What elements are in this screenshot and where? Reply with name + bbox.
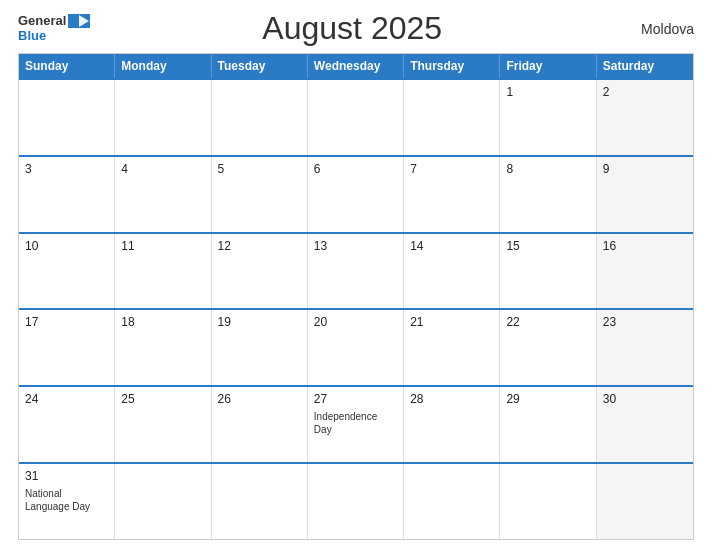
logo-text-blue: Blue [18, 29, 46, 43]
day-number: 27 [314, 392, 397, 406]
header-tuesday: Tuesday [212, 54, 308, 78]
cal-cell-r2-c3: 13 [308, 234, 404, 309]
calendar-page: General Blue August 2025 Moldova Sunday … [0, 0, 712, 550]
cal-cell-r2-c1: 11 [115, 234, 211, 309]
cal-cell-r3-c6: 23 [597, 310, 693, 385]
day-number: 17 [25, 315, 108, 329]
calendar-row-1: 3456789 [19, 155, 693, 232]
day-number: 19 [218, 315, 301, 329]
day-number: 23 [603, 315, 687, 329]
day-number: 8 [506, 162, 589, 176]
cal-cell-r0-c5: 1 [500, 80, 596, 155]
day-number: 31 [25, 469, 108, 483]
cal-cell-r5-c3 [308, 464, 404, 539]
day-number: 26 [218, 392, 301, 406]
cal-cell-r1-c4: 7 [404, 157, 500, 232]
cal-cell-r4-c4: 28 [404, 387, 500, 462]
cal-cell-r1-c0: 3 [19, 157, 115, 232]
cal-cell-r2-c6: 16 [597, 234, 693, 309]
cal-cell-r0-c3 [308, 80, 404, 155]
day-number: 15 [506, 239, 589, 253]
logo-flag-icon [68, 14, 90, 28]
cal-cell-r3-c2: 19 [212, 310, 308, 385]
header-thursday: Thursday [404, 54, 500, 78]
cal-cell-r0-c4 [404, 80, 500, 155]
day-number: 10 [25, 239, 108, 253]
day-number: 14 [410, 239, 493, 253]
day-number: 29 [506, 392, 589, 406]
day-number: 18 [121, 315, 204, 329]
day-number: 16 [603, 239, 687, 253]
day-number: 5 [218, 162, 301, 176]
cal-cell-r2-c2: 12 [212, 234, 308, 309]
day-number: 4 [121, 162, 204, 176]
logo-text-general: General [18, 14, 66, 28]
calendar-grid: Sunday Monday Tuesday Wednesday Thursday… [18, 53, 694, 540]
day-number: 11 [121, 239, 204, 253]
logo: General Blue [18, 14, 90, 43]
cal-cell-r5-c5 [500, 464, 596, 539]
calendar-body: 1234567891011121314151617181920212223242… [19, 78, 693, 539]
cal-cell-r4-c0: 24 [19, 387, 115, 462]
cal-cell-r4-c6: 30 [597, 387, 693, 462]
cal-cell-r5-c6 [597, 464, 693, 539]
day-number: 22 [506, 315, 589, 329]
cal-cell-r4-c5: 29 [500, 387, 596, 462]
day-number: 7 [410, 162, 493, 176]
cal-cell-r2-c5: 15 [500, 234, 596, 309]
calendar-row-3: 17181920212223 [19, 308, 693, 385]
holiday-label: National Language Day [25, 487, 108, 513]
calendar-header: Sunday Monday Tuesday Wednesday Thursday… [19, 54, 693, 78]
cal-cell-r5-c0: 31National Language Day [19, 464, 115, 539]
cal-cell-r5-c4 [404, 464, 500, 539]
cal-cell-r0-c2 [212, 80, 308, 155]
day-number: 25 [121, 392, 204, 406]
cal-cell-r3-c5: 22 [500, 310, 596, 385]
cal-cell-r4-c2: 26 [212, 387, 308, 462]
cal-cell-r3-c1: 18 [115, 310, 211, 385]
cal-cell-r0-c0 [19, 80, 115, 155]
day-number: 9 [603, 162, 687, 176]
page-title: August 2025 [90, 10, 614, 47]
holiday-label: Independence Day [314, 410, 397, 436]
header-wednesday: Wednesday [308, 54, 404, 78]
cal-cell-r1-c5: 8 [500, 157, 596, 232]
cal-cell-r1-c6: 9 [597, 157, 693, 232]
cal-cell-r5-c2 [212, 464, 308, 539]
calendar-row-0: 12 [19, 78, 693, 155]
header-sunday: Sunday [19, 54, 115, 78]
cal-cell-r0-c6: 2 [597, 80, 693, 155]
cal-cell-r4-c3: 27Independence Day [308, 387, 404, 462]
day-number: 28 [410, 392, 493, 406]
day-number: 12 [218, 239, 301, 253]
calendar-row-4: 24252627Independence Day282930 [19, 385, 693, 462]
cal-cell-r1-c3: 6 [308, 157, 404, 232]
cal-cell-r1-c2: 5 [212, 157, 308, 232]
cal-cell-r2-c0: 10 [19, 234, 115, 309]
page-header: General Blue August 2025 Moldova [18, 10, 694, 47]
cal-cell-r2-c4: 14 [404, 234, 500, 309]
day-number: 6 [314, 162, 397, 176]
cal-cell-r0-c1 [115, 80, 211, 155]
day-number: 2 [603, 85, 687, 99]
cal-cell-r3-c3: 20 [308, 310, 404, 385]
header-friday: Friday [500, 54, 596, 78]
cal-cell-r3-c0: 17 [19, 310, 115, 385]
day-number: 21 [410, 315, 493, 329]
cal-cell-r5-c1 [115, 464, 211, 539]
header-monday: Monday [115, 54, 211, 78]
day-number: 13 [314, 239, 397, 253]
calendar-row-2: 10111213141516 [19, 232, 693, 309]
cal-cell-r4-c1: 25 [115, 387, 211, 462]
day-number: 1 [506, 85, 589, 99]
day-number: 3 [25, 162, 108, 176]
day-number: 30 [603, 392, 687, 406]
country-label: Moldova [614, 21, 694, 37]
calendar-row-5: 31National Language Day [19, 462, 693, 539]
day-number: 20 [314, 315, 397, 329]
header-saturday: Saturday [597, 54, 693, 78]
cal-cell-r1-c1: 4 [115, 157, 211, 232]
day-number: 24 [25, 392, 108, 406]
cal-cell-r3-c4: 21 [404, 310, 500, 385]
